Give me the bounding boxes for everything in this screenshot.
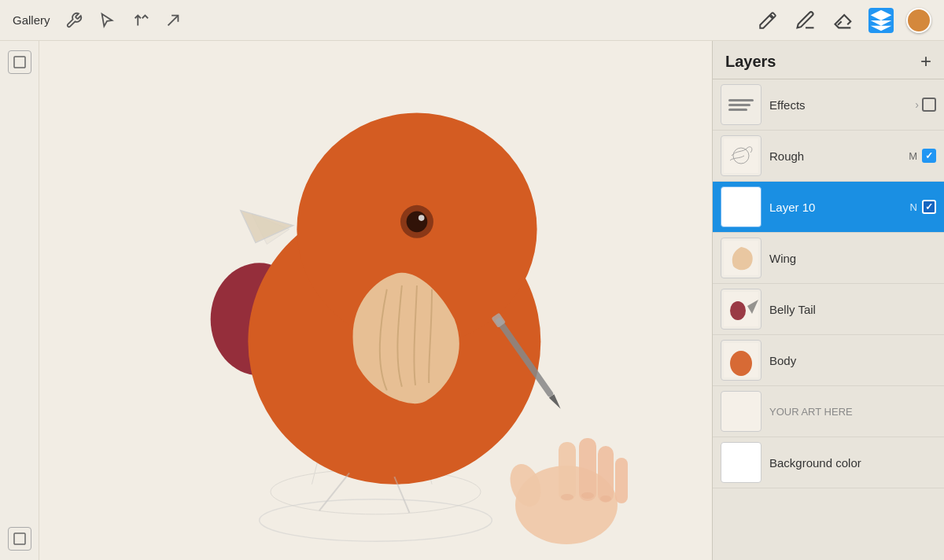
rough-mode: M bbox=[909, 150, 917, 162]
svg-point-22 bbox=[730, 301, 746, 320]
layer-item-effects[interactable]: Effects › bbox=[713, 79, 944, 131]
color-swatch[interactable] bbox=[906, 8, 931, 33]
gallery-button[interactable]: Gallery bbox=[13, 13, 50, 27]
eraser-tool[interactable] bbox=[831, 8, 856, 33]
layers-icon[interactable] bbox=[868, 8, 894, 33]
svg-point-13 bbox=[419, 215, 425, 221]
layer-thumbnail-effects bbox=[721, 84, 761, 125]
layer-item-layer10[interactable]: Layer 10 N bbox=[713, 182, 944, 233]
effects-checkbox[interactable] bbox=[922, 98, 936, 112]
svg-rect-1 bbox=[14, 57, 25, 68]
arrow-icon[interactable] bbox=[164, 11, 183, 30]
layer-thumbnail-rough bbox=[721, 135, 761, 176]
layer-name-your-art: YOUR ART HERE bbox=[769, 406, 936, 418]
toolbar-left: Gallery bbox=[13, 11, 183, 30]
layer-item-background[interactable]: Background color bbox=[713, 437, 944, 488]
layer-item-belly-tail[interactable]: Belly Tail bbox=[713, 284, 944, 335]
layers-title: Layers bbox=[725, 53, 776, 71]
transform-icon[interactable] bbox=[131, 11, 149, 30]
svg-rect-2 bbox=[14, 533, 25, 544]
layer-name-rough: Rough bbox=[769, 149, 909, 163]
add-layer-button[interactable]: + bbox=[920, 52, 931, 71]
layer-name-background: Background color bbox=[769, 456, 936, 470]
svg-rect-18 bbox=[724, 138, 758, 173]
effects-chevron-icon: › bbox=[915, 98, 919, 111]
layer-item-wing[interactable]: Wing bbox=[713, 233, 944, 284]
layer-thumbnail-your-art bbox=[721, 391, 761, 432]
layer-thumbnail-background bbox=[721, 442, 761, 483]
layer-name-belly-tail: Belly Tail bbox=[769, 303, 936, 316]
brush-tool[interactable] bbox=[755, 8, 780, 33]
left-sidebar bbox=[0, 41, 39, 560]
layer10-mode: N bbox=[910, 201, 917, 213]
layer-item-rough[interactable]: Rough M bbox=[713, 131, 944, 182]
selection-icon[interactable] bbox=[98, 11, 116, 30]
layer-thumbnail-body bbox=[721, 340, 761, 381]
smear-tool[interactable] bbox=[793, 8, 818, 33]
layer-item-your-art[interactable]: YOUR ART HERE bbox=[713, 386, 944, 437]
layer-thumbnail-layer10 bbox=[721, 186, 761, 227]
layer-name-wing: Wing bbox=[769, 252, 936, 265]
bird-illustration bbox=[55, 57, 696, 544]
svg-point-25 bbox=[730, 351, 752, 376]
layers-header: Layers + bbox=[713, 41, 944, 79]
rough-checkbox[interactable] bbox=[922, 149, 936, 163]
svg-point-12 bbox=[407, 211, 428, 232]
layer10-checkbox[interactable] bbox=[922, 200, 936, 214]
canvas-area[interactable] bbox=[39, 41, 712, 560]
layer-thumbnail-belly-tail bbox=[721, 289, 761, 330]
sidebar-transform-icon[interactable] bbox=[8, 50, 31, 74]
layer-item-body[interactable]: Body bbox=[713, 335, 944, 386]
layer-name-layer10: Layer 10 bbox=[769, 201, 910, 214]
toolbar-right bbox=[755, 8, 931, 33]
sidebar-bottom-icon[interactable] bbox=[8, 527, 31, 551]
layer-name-effects: Effects bbox=[769, 98, 915, 112]
layers-panel: Layers + Effects › Rough bbox=[712, 41, 944, 560]
modify-icon[interactable] bbox=[65, 11, 83, 30]
top-toolbar: Gallery bbox=[0, 0, 944, 41]
svg-line-0 bbox=[168, 15, 178, 25]
layer-name-body: Body bbox=[769, 354, 936, 367]
layer-thumbnail-wing bbox=[721, 238, 761, 278]
